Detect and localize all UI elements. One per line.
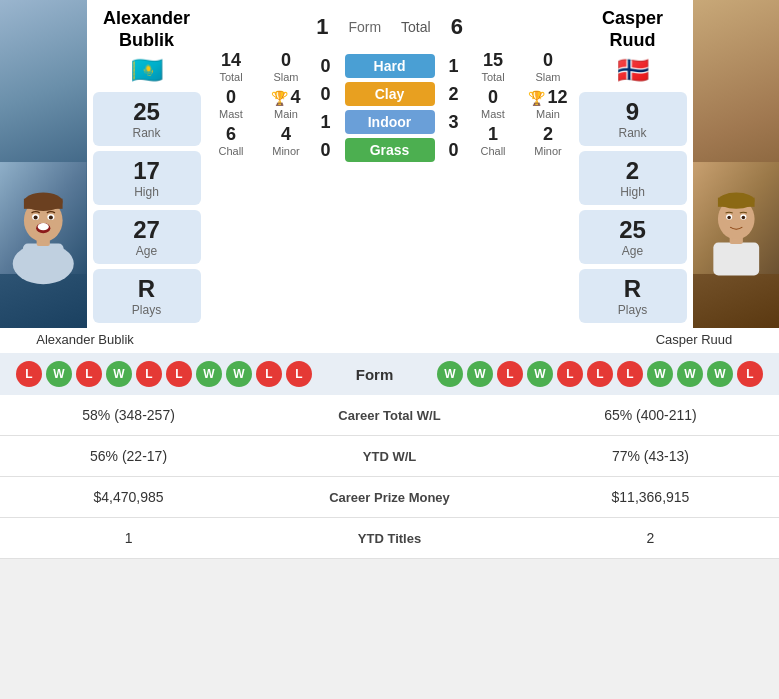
total-header: Total — [401, 19, 431, 35]
form-pill-w: W — [677, 361, 703, 387]
form-pill-l: L — [617, 361, 643, 387]
form-section: LWLWLLWWLL Form WWLWLLLWWWL — [0, 353, 779, 395]
name-labels-row: Alexander Bublik Casper Ruud — [0, 328, 779, 351]
right-total-cell: 15 Total — [471, 50, 516, 83]
right-trophy-main-cell: 🏆 12 Main — [526, 87, 571, 120]
left-name-label: Alexander Bublik — [0, 328, 170, 351]
form-pill-w: W — [106, 361, 132, 387]
left-sub-stats: 14 Total 0 Slam 0 Mast 🏆 4 Main — [207, 0, 311, 328]
clay-row: 0 Clay 2 — [311, 82, 469, 106]
grass-button[interactable]: Grass — [345, 138, 435, 162]
left-minor-cell: 4 Minor — [264, 124, 309, 157]
right-ytd-wl: 77% (43-13) — [522, 436, 779, 477]
form-pill-w: W — [527, 361, 553, 387]
clay-button[interactable]: Clay — [345, 82, 435, 106]
trophy-icon-right: 🏆 — [528, 90, 545, 106]
form-pill-l: L — [557, 361, 583, 387]
left-ytd-wl: 56% (22-17) — [0, 436, 257, 477]
right-minor-cell: 2 Minor — [526, 124, 571, 157]
indoor-button[interactable]: Indoor — [345, 110, 435, 134]
left-player-info: Alexander Bublik 🇰🇿 25 Rank 17 High 27 A… — [87, 0, 207, 328]
total-score-row: 1 Form Total 6 — [316, 14, 463, 40]
left-age-num: 27 — [101, 216, 193, 244]
left-player-flag: 🇰🇿 — [131, 55, 163, 86]
right-slam-cell: 0 Slam — [526, 50, 571, 83]
hard-button[interactable]: Hard — [345, 54, 435, 78]
ytd-titles-label: YTD Titles — [257, 518, 522, 559]
svg-point-12 — [49, 216, 53, 220]
total-label: Form — [348, 19, 381, 35]
left-clay-count: 0 — [311, 84, 331, 105]
form-pill-l: L — [166, 361, 192, 387]
right-rank-box: 9 Rank — [579, 92, 687, 146]
right-plays-label: Plays — [587, 303, 679, 317]
main-container: Alexander Bublik 🇰🇿 25 Rank 17 High 27 A… — [0, 0, 779, 559]
form-pill-l: L — [76, 361, 102, 387]
ytd-titles-row: 1 YTD Titles 2 — [0, 518, 779, 559]
trophy-icon-left: 🏆 — [271, 90, 288, 106]
right-player-name: Casper Ruud — [602, 8, 663, 51]
right-player-photo — [693, 0, 780, 328]
hard-row: 0 Hard 1 — [311, 54, 469, 78]
left-trophy-main-cell: 🏆 4 Main — [264, 87, 309, 120]
right-grass-count: 0 — [449, 140, 469, 161]
left-high-num: 17 — [101, 157, 193, 185]
right-high-box: 2 High — [579, 151, 687, 205]
form-label: Form — [356, 366, 394, 383]
grass-row: 0 Grass 0 — [311, 138, 469, 162]
form-pill-l: L — [136, 361, 162, 387]
left-prize: $4,470,985 — [0, 477, 257, 518]
left-age-label: Age — [101, 244, 193, 258]
left-player-photo — [0, 0, 87, 328]
form-pill-l: L — [587, 361, 613, 387]
right-high-label: High — [587, 185, 679, 199]
right-sub-stats-grid: 15 Total 0 Slam 0 Mast 🏆 12 Main — [471, 50, 571, 157]
right-name-label: Casper Ruud — [609, 328, 779, 351]
right-sub-stats: 15 Total 0 Slam 0 Mast 🏆 12 Main — [469, 0, 573, 328]
right-hard-count: 1 — [449, 56, 469, 77]
svg-rect-6 — [24, 199, 63, 209]
left-plays-val: R — [101, 275, 193, 303]
left-ytd-titles: 1 — [0, 518, 257, 559]
left-slam-cell: 0 Slam — [264, 50, 309, 83]
svg-point-21 — [727, 216, 731, 220]
svg-point-11 — [34, 216, 38, 220]
prize-row: $4,470,985 Career Prize Money $11,366,91… — [0, 477, 779, 518]
right-age-box: 25 Age — [579, 210, 687, 264]
left-rank-num: 25 — [101, 98, 193, 126]
right-age-label: Age — [587, 244, 679, 258]
form-pill-w: W — [707, 361, 733, 387]
left-plays-label: Plays — [101, 303, 193, 317]
left-grass-count: 0 — [311, 140, 331, 161]
right-mast-cell: 0 Mast — [471, 87, 516, 120]
right-age-num: 25 — [587, 216, 679, 244]
right-ytd-titles: 2 — [522, 518, 779, 559]
right-plays-box: R Plays — [579, 269, 687, 323]
left-high-box: 17 High — [93, 151, 201, 205]
left-player-name: Alexander Bublik — [103, 8, 190, 51]
svg-point-22 — [741, 216, 745, 220]
form-pill-l: L — [16, 361, 42, 387]
top-player-area: Alexander Bublik 🇰🇿 25 Rank 17 High 27 A… — [0, 0, 779, 328]
right-indoor-count: 3 — [449, 112, 469, 133]
right-career-wl: 65% (400-211) — [522, 395, 779, 436]
left-mast-cell: 0 Mast — [209, 87, 254, 120]
left-age-box: 27 Age — [93, 210, 201, 264]
right-rank-label: Rank — [587, 126, 679, 140]
left-total-score: 1 — [316, 14, 328, 40]
right-plays-val: R — [587, 275, 679, 303]
form-pill-l: L — [737, 361, 763, 387]
form-pill-l: L — [497, 361, 523, 387]
right-player-flag: 🇳🇴 — [617, 55, 649, 86]
right-rank-num: 9 — [587, 98, 679, 126]
right-player-info: Casper Ruud 🇳🇴 9 Rank 2 High 25 Age R Pl… — [573, 0, 693, 328]
stats-table: 58% (348-257) Career Total W/L 65% (400-… — [0, 395, 779, 559]
form-pill-w: W — [467, 361, 493, 387]
indoor-row: 1 Indoor 3 — [311, 110, 469, 134]
svg-rect-2 — [23, 244, 64, 275]
surface-section: 1 Form Total 6 0 Hard 1 0 Clay 2 1 Indoo… — [311, 0, 469, 328]
svg-rect-18 — [717, 198, 754, 207]
form-pill-w: W — [196, 361, 222, 387]
left-sub-stats-grid: 14 Total 0 Slam 0 Mast 🏆 4 Main — [209, 50, 309, 157]
right-high-num: 2 — [587, 157, 679, 185]
